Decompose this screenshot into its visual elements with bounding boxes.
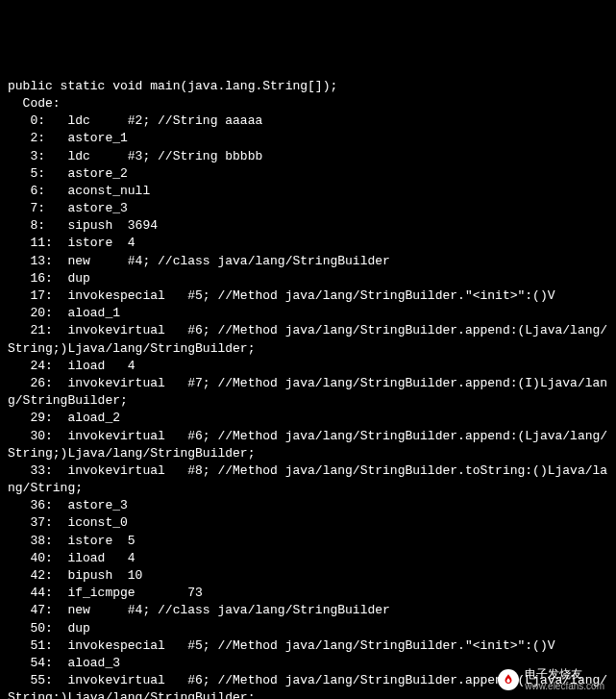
watermark-text: 电子发烧友 www.elecfans.com: [525, 668, 604, 691]
watermark-brand: 电子发烧友: [525, 668, 604, 681]
method-signature: public static void main(java.lang.String…: [8, 79, 337, 93]
bytecode-listing: public static void main(java.lang.String…: [8, 78, 608, 699]
watermark: 电子发烧友 www.elecfans.com: [498, 668, 604, 691]
watermark-url: www.elecfans.com: [525, 681, 604, 691]
code-label: Code:: [8, 96, 61, 111]
bytecode-lines: 0: ldc #2; //String aaaaa 2: astore_1 3:…: [8, 113, 607, 699]
watermark-flame-icon: [498, 669, 519, 690]
